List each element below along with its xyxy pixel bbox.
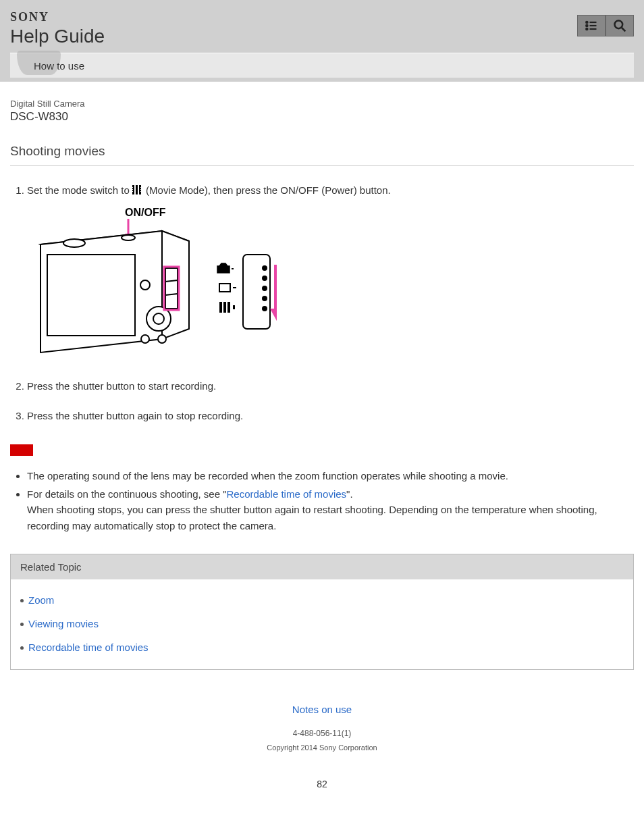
step-2: Press the shutter button to start record…: [27, 379, 634, 394]
svg-point-32: [263, 266, 267, 270]
onoff-label: ON/OFF: [125, 207, 166, 218]
list-icon[interactable]: [577, 15, 606, 36]
notes-list: The operating sound of the lens may be r…: [17, 468, 634, 533]
header: SONY Help Guide How to use: [0, 0, 644, 82]
svg-marker-37: [270, 265, 277, 322]
product-model: DSC-W830: [10, 110, 634, 124]
movie-mode-icon: [132, 184, 143, 199]
note-2: For details on the continuous shooting, …: [27, 486, 634, 533]
guide-title: Help Guide: [10, 26, 634, 47]
svg-point-21: [63, 239, 85, 247]
link-recordable-time[interactable]: Recordable time of movies: [28, 642, 624, 653]
svg-rect-19: [47, 255, 135, 336]
svg-point-26: [153, 313, 164, 324]
svg-rect-39: [219, 284, 230, 292]
svg-rect-44: [233, 305, 235, 309]
step-1-text-b: (Movie Mode), then press the ON/OFF (Pow…: [146, 184, 391, 196]
svg-rect-43: [227, 302, 230, 313]
search-icon[interactable]: [606, 15, 634, 36]
step-1: Set the mode switch to (Movie Mod: [27, 183, 634, 364]
note-badge: [10, 444, 33, 456]
svg-rect-22: [165, 268, 178, 309]
note-block: The operating sound of the lens may be r…: [10, 444, 634, 533]
svg-point-2: [586, 25, 588, 27]
page-root: SONY Help Guide How to use Digital Still…: [0, 0, 644, 823]
svg-rect-42: [223, 302, 226, 313]
svg-rect-13: [132, 191, 133, 192]
copyright: Copyright 2014 Sony Corporation: [10, 744, 634, 752]
page-number: 82: [10, 779, 634, 789]
svg-point-36: [263, 307, 267, 311]
note-2-text-b: ".: [346, 488, 353, 500]
step-1-text-a: Set the mode switch to: [27, 184, 132, 196]
related-topic-header: Related Topic: [11, 554, 633, 579]
related-topic-box: Related Topic Zoom Viewing movies Record…: [10, 554, 634, 670]
svg-point-20: [122, 235, 135, 240]
footer: Notes on use 4-488-056-11(1) Copyright 2…: [10, 704, 634, 752]
nav-bar: How to use: [10, 53, 634, 82]
svg-rect-16: [140, 191, 141, 192]
note-2-text-c: When shooting stops, you can press the s…: [27, 504, 597, 531]
step-3: Press the shutter button again to stop r…: [27, 409, 634, 424]
svg-line-7: [622, 28, 626, 32]
product-category: Digital Still Camera: [10, 99, 634, 109]
svg-point-35: [263, 296, 267, 301]
link-zoom[interactable]: Zoom: [28, 594, 624, 606]
link-viewing-movies[interactable]: Viewing movies: [28, 618, 624, 629]
svg-rect-41: [219, 302, 222, 313]
note-1: The operating sound of the lens may be r…: [27, 468, 634, 484]
svg-point-33: [263, 276, 267, 280]
svg-rect-38: [232, 268, 234, 269]
svg-point-0: [586, 22, 588, 24]
svg-rect-31: [243, 255, 270, 329]
svg-rect-11: [132, 187, 133, 188]
svg-point-34: [263, 286, 267, 290]
steps-list: Set the mode switch to (Movie Mod: [27, 183, 634, 424]
link-recordable-time-inline[interactable]: Recordable time of movies: [227, 488, 347, 500]
svg-point-27: [140, 280, 150, 290]
svg-rect-14: [140, 187, 141, 188]
svg-point-29: [158, 335, 166, 343]
page-title: Shooting movies: [10, 144, 634, 166]
nav-how-to-use[interactable]: How to use: [34, 60, 84, 72]
svg-rect-15: [140, 189, 141, 190]
svg-point-4: [586, 28, 588, 30]
svg-rect-9: [136, 185, 138, 194]
doc-number: 4-488-056-11(1): [10, 729, 634, 738]
svg-rect-12: [132, 189, 133, 190]
link-notes-on-use[interactable]: Notes on use: [10, 704, 634, 715]
header-icons: [577, 15, 634, 36]
note-2-text-a: For details on the continuous shooting, …: [27, 488, 227, 500]
content: Digital Still Camera DSC-W830 Shooting m…: [0, 82, 644, 796]
brand-logo: SONY: [10, 10, 634, 24]
related-topic-body: Zoom Viewing movies Recordable time of m…: [11, 579, 633, 669]
svg-point-6: [615, 21, 623, 29]
svg-point-28: [141, 335, 149, 343]
camera-illustration: ON/OFF: [27, 199, 634, 364]
